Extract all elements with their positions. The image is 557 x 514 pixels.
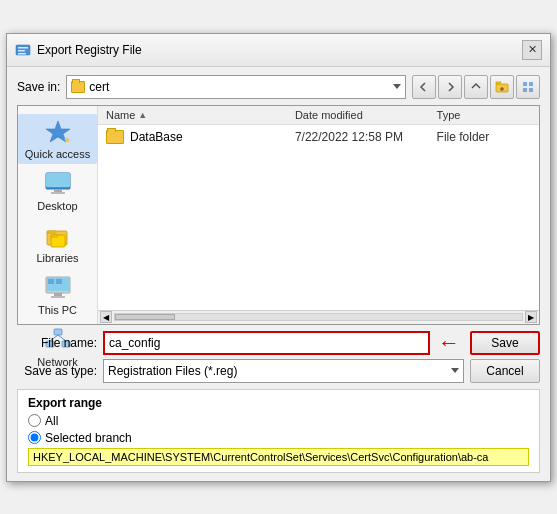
- sidebar-item-quick-access[interactable]: ★ Quick access: [18, 114, 97, 164]
- col-date-header[interactable]: Date modified: [295, 109, 437, 121]
- file-list-body: DataBase 7/22/2022 12:58 PM File folder: [98, 125, 539, 310]
- scroll-left-button[interactable]: ◀: [100, 311, 112, 323]
- file-list-header: Name ▲ Date modified Type: [98, 106, 539, 125]
- svg-rect-7: [523, 88, 527, 92]
- desktop-icon: [44, 171, 72, 197]
- all-radio[interactable]: [28, 414, 41, 427]
- up-button[interactable]: [464, 75, 488, 99]
- cancel-button[interactable]: Cancel: [470, 359, 540, 383]
- svg-text:★: ★: [63, 135, 71, 145]
- file-area: ★ Quick access Deskto: [17, 105, 540, 325]
- quick-access-icon: ★: [44, 119, 72, 145]
- svg-rect-16: [47, 231, 56, 233]
- col-type-header[interactable]: Type: [437, 109, 531, 121]
- this-pc-label: This PC: [38, 304, 77, 316]
- sidebar-item-this-pc[interactable]: This PC: [18, 270, 97, 320]
- red-arrow-indicator: ←: [438, 332, 460, 354]
- libraries-icon: [44, 223, 72, 249]
- sidebar-item-desktop[interactable]: Desktop: [18, 166, 97, 216]
- new-folder-button[interactable]: [490, 75, 514, 99]
- sort-arrow-icon: ▲: [138, 110, 147, 120]
- svg-rect-8: [529, 88, 533, 92]
- export-range-title: Export range: [28, 396, 529, 410]
- registry-icon: [15, 42, 31, 58]
- save-button[interactable]: Save: [470, 331, 540, 355]
- type-dropdown-arrow: [451, 368, 459, 373]
- scroll-right-button[interactable]: ▶: [525, 311, 537, 323]
- file-list: Name ▲ Date modified Type DataBase 7/22/…: [98, 106, 539, 324]
- file-cell-type: File folder: [437, 130, 531, 144]
- svg-rect-18: [51, 235, 58, 237]
- svg-rect-14: [51, 192, 65, 194]
- nav-toolbar: [412, 75, 540, 99]
- svg-rect-23: [48, 279, 54, 284]
- svg-rect-25: [54, 329, 62, 335]
- sidebar-item-libraries[interactable]: Libraries: [18, 218, 97, 268]
- file-name-input-wrap: ←: [103, 331, 464, 355]
- svg-rect-13: [54, 189, 62, 192]
- selected-branch-radio[interactable]: [28, 431, 41, 444]
- horizontal-scrollbar[interactable]: ◀ ▶: [98, 310, 539, 324]
- selected-branch-label: Selected branch: [45, 431, 132, 445]
- folder-icon: [106, 130, 124, 144]
- svg-rect-5: [523, 82, 527, 86]
- save-as-type-label: Save as type:: [17, 364, 97, 378]
- folder-icon-small: [71, 81, 85, 93]
- save-as-type-wrap: Registration Files (*.reg): [103, 359, 464, 383]
- close-button[interactable]: ✕: [522, 40, 542, 60]
- libraries-label: Libraries: [36, 252, 78, 264]
- export-range-section: Export range All Selected branch HKEY_LO…: [17, 389, 540, 473]
- svg-rect-22: [51, 296, 65, 298]
- svg-rect-1: [18, 47, 28, 49]
- svg-rect-21: [54, 293, 62, 296]
- svg-rect-2: [18, 50, 25, 52]
- file-cell-date: 7/22/2022 12:58 PM: [295, 130, 437, 144]
- desktop-label: Desktop: [37, 200, 77, 212]
- svg-rect-12: [46, 173, 70, 187]
- scroll-track[interactable]: [114, 313, 523, 321]
- svg-rect-6: [529, 82, 533, 86]
- file-name-text: DataBase: [130, 130, 183, 144]
- pc-icon: [44, 275, 72, 301]
- forward-button[interactable]: [438, 75, 462, 99]
- scroll-thumb[interactable]: [115, 314, 175, 320]
- quick-access-label: Quick access: [25, 148, 90, 160]
- back-button[interactable]: [412, 75, 436, 99]
- selected-radio-row: Selected branch: [28, 431, 529, 445]
- save-in-dropdown[interactable]: cert: [66, 75, 406, 99]
- file-name-input[interactable]: [103, 331, 430, 355]
- views-button[interactable]: [516, 75, 540, 99]
- branch-path-text: HKEY_LOCAL_MACHINE\SYSTEM\CurrentControl…: [28, 448, 529, 466]
- svg-rect-24: [56, 279, 62, 284]
- table-row[interactable]: DataBase 7/22/2022 12:58 PM File folder: [98, 127, 539, 147]
- save-in-label: Save in:: [17, 80, 60, 94]
- title-bar: Export Registry File ✕: [7, 34, 550, 67]
- save-in-row: Save in: cert: [17, 75, 540, 99]
- all-radio-row: All: [28, 414, 529, 428]
- save-as-type-dropdown[interactable]: Registration Files (*.reg): [103, 359, 464, 383]
- save-as-type-value: Registration Files (*.reg): [108, 364, 237, 378]
- col-name-header[interactable]: Name ▲: [106, 109, 295, 121]
- dialog-body: Save in: cert: [7, 67, 550, 481]
- export-registry-dialog: Export Registry File ✕ Save in: cert: [6, 33, 551, 482]
- dialog-title: Export Registry File: [37, 43, 142, 57]
- file-cell-name: DataBase: [106, 130, 295, 144]
- file-name-label: File name:: [17, 336, 97, 350]
- dropdown-arrow-icon: [393, 84, 401, 89]
- svg-rect-3: [18, 53, 26, 55]
- all-radio-label: All: [45, 414, 58, 428]
- current-folder-text: cert: [89, 80, 109, 94]
- quick-nav-sidebar: ★ Quick access Deskto: [18, 106, 98, 324]
